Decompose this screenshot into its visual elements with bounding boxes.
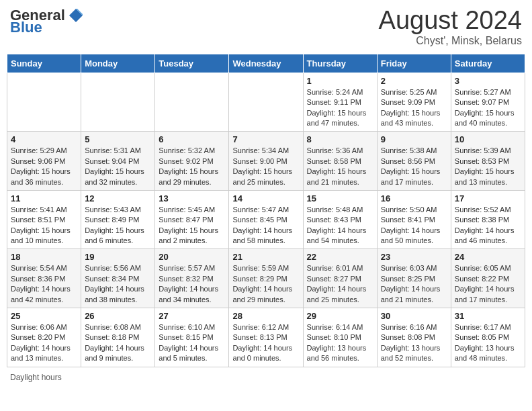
weekday-header-tuesday: Tuesday (155, 54, 229, 73)
footer: Daylight hours (7, 373, 525, 382)
day-info: Sunrise: 5:34 AM Sunset: 9:00 PM Dayligh… (232, 146, 299, 187)
calendar-cell: 17Sunrise: 5:52 AM Sunset: 8:38 PM Dayli… (451, 190, 525, 249)
calendar-cell: 18Sunrise: 5:54 AM Sunset: 8:36 PM Dayli… (7, 249, 81, 308)
calendar-cell: 6Sunrise: 5:32 AM Sunset: 9:02 PM Daylig… (155, 132, 229, 191)
calendar-cell (229, 73, 303, 132)
calendar-cell: 24Sunrise: 6:05 AM Sunset: 8:22 PM Dayli… (451, 249, 525, 308)
day-info: Sunrise: 6:16 AM Sunset: 8:08 PM Dayligh… (381, 322, 447, 364)
calendar-cell: 11Sunrise: 5:41 AM Sunset: 8:51 PM Dayli… (7, 190, 81, 249)
day-number: 19 (85, 252, 151, 262)
day-info: Sunrise: 5:56 AM Sunset: 8:34 PM Dayligh… (85, 263, 151, 305)
weekday-header-row: SundayMondayTuesdayWednesdayThursdayFrid… (7, 54, 525, 73)
calendar-cell: 30Sunrise: 6:16 AM Sunset: 8:08 PM Dayli… (377, 308, 451, 367)
calendar-cell: 23Sunrise: 6:03 AM Sunset: 8:25 PM Dayli… (377, 249, 451, 308)
day-info: Sunrise: 5:43 AM Sunset: 8:49 PM Dayligh… (85, 205, 151, 246)
day-info: Sunrise: 5:27 AM Sunset: 9:07 PM Dayligh… (455, 87, 521, 129)
calendar-cell: 15Sunrise: 5:48 AM Sunset: 8:43 PM Dayli… (303, 190, 377, 249)
location-subtitle: Chyst', Minsk, Belarus (379, 35, 522, 47)
calendar-cell: 19Sunrise: 5:56 AM Sunset: 8:34 PM Dayli… (81, 249, 155, 308)
weekday-header-monday: Monday (81, 54, 155, 73)
calendar-cell: 28Sunrise: 6:12 AM Sunset: 8:13 PM Dayli… (229, 308, 303, 367)
calendar-cell: 7Sunrise: 5:34 AM Sunset: 9:00 PM Daylig… (229, 132, 303, 191)
day-info: Sunrise: 5:57 AM Sunset: 8:32 PM Dayligh… (159, 263, 225, 305)
day-number: 31 (455, 311, 521, 321)
day-number: 14 (232, 193, 299, 203)
day-number: 11 (11, 193, 77, 203)
day-info: Sunrise: 5:24 AM Sunset: 9:11 PM Dayligh… (307, 87, 373, 129)
weekday-header-sunday: Sunday (7, 54, 81, 73)
weekday-header-saturday: Saturday (451, 54, 525, 73)
calendar-week-row: 4Sunrise: 5:29 AM Sunset: 9:06 PM Daylig… (7, 132, 525, 191)
day-info: Sunrise: 5:52 AM Sunset: 8:38 PM Dayligh… (455, 205, 521, 246)
weekday-header-wednesday: Wednesday (229, 54, 303, 73)
day-info: Sunrise: 6:14 AM Sunset: 8:10 PM Dayligh… (307, 322, 373, 364)
day-info: Sunrise: 5:59 AM Sunset: 8:29 PM Dayligh… (232, 263, 299, 305)
day-info: Sunrise: 5:25 AM Sunset: 9:09 PM Dayligh… (381, 87, 447, 129)
calendar-cell: 21Sunrise: 5:59 AM Sunset: 8:29 PM Dayli… (229, 249, 303, 308)
calendar-cell: 16Sunrise: 5:50 AM Sunset: 8:41 PM Dayli… (377, 190, 451, 249)
logo-blue-text: Blue (10, 19, 42, 36)
day-info: Sunrise: 5:39 AM Sunset: 8:53 PM Dayligh… (455, 146, 521, 187)
day-info: Sunrise: 5:41 AM Sunset: 8:51 PM Dayligh… (11, 205, 77, 246)
day-number: 6 (159, 134, 225, 144)
day-number: 22 (307, 252, 373, 262)
calendar-cell: 20Sunrise: 5:57 AM Sunset: 8:32 PM Dayli… (155, 249, 229, 308)
calendar-cell: 26Sunrise: 6:08 AM Sunset: 8:18 PM Dayli… (81, 308, 155, 367)
day-info: Sunrise: 5:38 AM Sunset: 8:56 PM Dayligh… (381, 146, 447, 187)
day-number: 20 (159, 252, 225, 262)
day-info: Sunrise: 5:50 AM Sunset: 8:41 PM Dayligh… (381, 205, 447, 246)
svg-marker-0 (69, 9, 83, 22)
day-info: Sunrise: 6:03 AM Sunset: 8:25 PM Dayligh… (381, 263, 447, 305)
weekday-header-thursday: Thursday (303, 54, 377, 73)
month-title: August 2024 (379, 7, 522, 35)
day-number: 3 (455, 76, 521, 86)
day-number: 9 (381, 134, 447, 144)
day-number: 21 (232, 252, 299, 262)
day-number: 29 (307, 311, 373, 321)
day-number: 28 (232, 311, 299, 321)
daylight-label: Daylight hours (10, 373, 62, 382)
day-number: 1 (307, 76, 373, 86)
calendar-cell: 8Sunrise: 5:36 AM Sunset: 8:58 PM Daylig… (303, 132, 377, 191)
calendar-cell: 31Sunrise: 6:17 AM Sunset: 8:05 PM Dayli… (451, 308, 525, 367)
calendar-cell: 14Sunrise: 5:47 AM Sunset: 8:45 PM Dayli… (229, 190, 303, 249)
day-number: 2 (381, 76, 447, 86)
weekday-header-friday: Friday (377, 54, 451, 73)
calendar-cell: 2Sunrise: 5:25 AM Sunset: 9:09 PM Daylig… (377, 73, 451, 132)
calendar-cell: 25Sunrise: 6:06 AM Sunset: 8:20 PM Dayli… (7, 308, 81, 367)
day-info: Sunrise: 5:32 AM Sunset: 9:02 PM Dayligh… (159, 146, 225, 187)
calendar-cell: 27Sunrise: 6:10 AM Sunset: 8:15 PM Dayli… (155, 308, 229, 367)
page-header: General Blue August 2024 Chyst', Minsk, … (7, 7, 525, 47)
calendar-cell: 5Sunrise: 5:31 AM Sunset: 9:04 PM Daylig… (81, 132, 155, 191)
calendar-cell: 1Sunrise: 5:24 AM Sunset: 9:11 PM Daylig… (303, 73, 377, 132)
day-number: 16 (381, 193, 447, 203)
title-section: August 2024 Chyst', Minsk, Belarus (379, 7, 522, 47)
calendar-cell: 10Sunrise: 5:39 AM Sunset: 8:53 PM Dayli… (451, 132, 525, 191)
day-info: Sunrise: 5:48 AM Sunset: 8:43 PM Dayligh… (307, 205, 373, 246)
calendar-table: SundayMondayTuesdayWednesdayThursdayFrid… (7, 54, 525, 367)
day-number: 7 (232, 134, 299, 144)
day-info: Sunrise: 5:31 AM Sunset: 9:04 PM Dayligh… (85, 146, 151, 187)
day-info: Sunrise: 6:05 AM Sunset: 8:22 PM Dayligh… (455, 263, 521, 305)
day-info: Sunrise: 6:06 AM Sunset: 8:20 PM Dayligh… (11, 322, 77, 364)
day-number: 17 (455, 193, 521, 203)
day-info: Sunrise: 5:29 AM Sunset: 9:06 PM Dayligh… (11, 146, 77, 187)
day-info: Sunrise: 5:47 AM Sunset: 8:45 PM Dayligh… (232, 205, 299, 246)
calendar-cell: 13Sunrise: 5:45 AM Sunset: 8:47 PM Dayli… (155, 190, 229, 249)
calendar-cell (81, 73, 155, 132)
day-number: 27 (159, 311, 225, 321)
calendar-cell: 9Sunrise: 5:38 AM Sunset: 8:56 PM Daylig… (377, 132, 451, 191)
calendar-cell: 22Sunrise: 6:01 AM Sunset: 8:27 PM Dayli… (303, 249, 377, 308)
day-number: 5 (85, 134, 151, 144)
calendar-week-row: 11Sunrise: 5:41 AM Sunset: 8:51 PM Dayli… (7, 190, 525, 249)
logo-icon (68, 7, 84, 24)
day-info: Sunrise: 6:08 AM Sunset: 8:18 PM Dayligh… (85, 322, 151, 364)
day-info: Sunrise: 6:10 AM Sunset: 8:15 PM Dayligh… (159, 322, 225, 364)
day-info: Sunrise: 5:54 AM Sunset: 8:36 PM Dayligh… (11, 263, 77, 305)
day-number: 23 (381, 252, 447, 262)
calendar-cell (7, 73, 81, 132)
day-number: 18 (11, 252, 77, 262)
day-number: 24 (455, 252, 521, 262)
calendar-cell (155, 73, 229, 132)
day-number: 8 (307, 134, 373, 144)
